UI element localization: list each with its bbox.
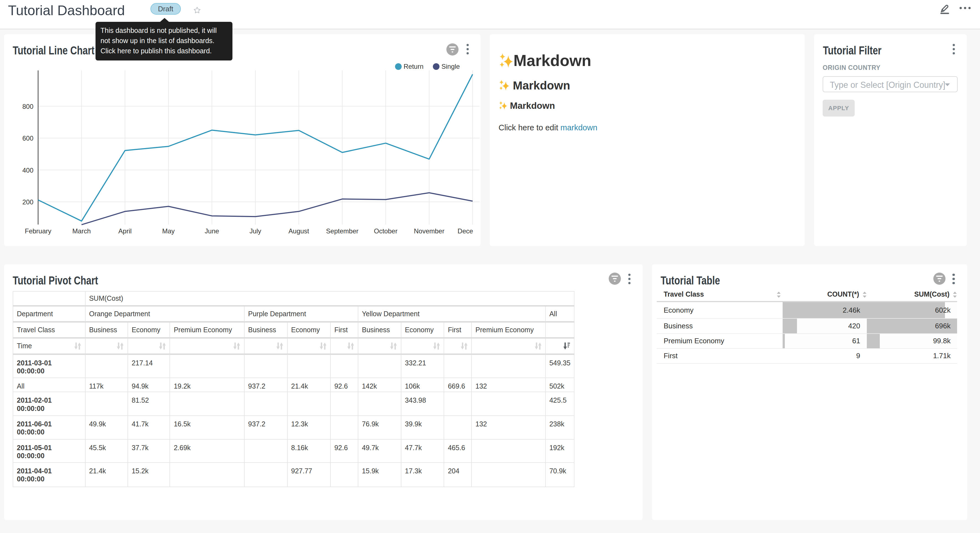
svg-text:April: April: [118, 227, 132, 235]
svg-text:March: March: [72, 227, 91, 235]
svg-text:Single: Single: [441, 63, 460, 70]
svg-text:October: October: [374, 227, 398, 235]
svg-text:400: 400: [22, 166, 33, 174]
svg-text:June: June: [205, 227, 219, 235]
svg-text:May: May: [162, 227, 175, 235]
svg-text:September: September: [326, 227, 358, 235]
svg-text:Dece: Dece: [458, 227, 473, 235]
svg-text:July: July: [250, 227, 261, 235]
svg-text:February: February: [25, 227, 51, 235]
svg-text:200: 200: [22, 198, 33, 206]
svg-text:600: 600: [22, 134, 33, 142]
svg-text:Return: Return: [404, 63, 423, 70]
svg-text:800: 800: [22, 103, 33, 110]
svg-text:November: November: [414, 227, 444, 235]
svg-text:August: August: [288, 227, 309, 235]
